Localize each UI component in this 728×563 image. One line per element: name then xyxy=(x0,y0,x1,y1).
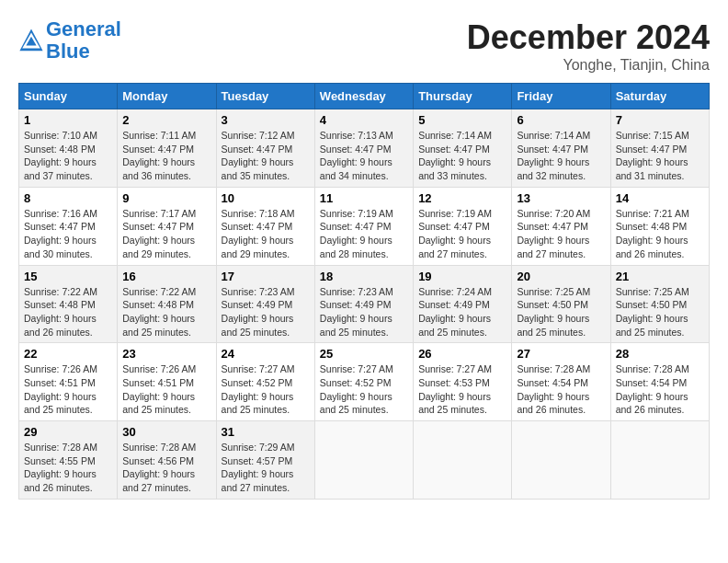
day-of-week-header: Sunday xyxy=(19,84,118,109)
day-info: Sunrise: 7:23 AMSunset: 4:49 PMDaylight:… xyxy=(320,286,393,338)
calendar-cell: 14 Sunrise: 7:21 AMSunset: 4:48 PMDaylig… xyxy=(610,187,709,265)
calendar-cell: 1 Sunrise: 7:10 AMSunset: 4:48 PMDayligh… xyxy=(19,109,118,188)
day-number: 10 xyxy=(222,191,310,205)
calendar-cell xyxy=(512,421,610,500)
day-info: Sunrise: 7:16 AMSunset: 4:47 PMDaylight:… xyxy=(24,208,97,259)
page-header: General Blue December 2024 Yonghe, Tianj… xyxy=(18,18,710,74)
day-info: Sunrise: 7:18 AMSunset: 4:47 PMDaylight:… xyxy=(222,208,295,259)
day-number: 27 xyxy=(517,347,605,361)
calendar-cell: 18 Sunrise: 7:23 AMSunset: 4:49 PMDaylig… xyxy=(314,265,413,343)
calendar-cell: 22 Sunrise: 7:26 AMSunset: 4:51 PMDaylig… xyxy=(19,343,118,421)
calendar-cell: 19 Sunrise: 7:24 AMSunset: 4:49 PMDaylig… xyxy=(414,265,512,343)
day-info: Sunrise: 7:26 AMSunset: 4:51 PMDaylight:… xyxy=(24,363,97,415)
day-number: 8 xyxy=(24,191,112,205)
calendar-cell: 27 Sunrise: 7:28 AMSunset: 4:54 PMDaylig… xyxy=(512,343,610,421)
day-number: 11 xyxy=(320,191,408,205)
day-number: 7 xyxy=(616,113,704,127)
day-number: 18 xyxy=(320,270,408,283)
logo-line1: General xyxy=(46,17,121,40)
day-number: 23 xyxy=(122,347,210,361)
day-info: Sunrise: 7:21 AMSunset: 4:48 PMDaylight:… xyxy=(616,208,689,259)
calendar-table: SundayMondayTuesdayWednesdayThursdayFrid… xyxy=(18,83,710,500)
day-info: Sunrise: 7:11 AMSunset: 4:47 PMDaylight:… xyxy=(122,130,196,181)
calendar-cell: 24 Sunrise: 7:27 AMSunset: 4:52 PMDaylig… xyxy=(216,343,314,421)
day-info: Sunrise: 7:12 AMSunset: 4:47 PMDaylight:… xyxy=(222,130,295,181)
day-number: 6 xyxy=(517,113,605,127)
day-info: Sunrise: 7:28 AMSunset: 4:55 PMDaylight:… xyxy=(24,442,97,493)
day-info: Sunrise: 7:17 AMSunset: 4:47 PMDaylight:… xyxy=(122,208,196,259)
calendar-cell: 3 Sunrise: 7:12 AMSunset: 4:47 PMDayligh… xyxy=(216,109,314,188)
day-info: Sunrise: 7:22 AMSunset: 4:48 PMDaylight:… xyxy=(122,286,196,338)
calendar-cell: 28 Sunrise: 7:28 AMSunset: 4:54 PMDaylig… xyxy=(610,343,709,421)
calendar-cell: 25 Sunrise: 7:27 AMSunset: 4:52 PMDaylig… xyxy=(314,343,413,421)
calendar-cell: 21 Sunrise: 7:25 AMSunset: 4:50 PMDaylig… xyxy=(610,265,709,343)
day-info: Sunrise: 7:10 AMSunset: 4:48 PMDaylight:… xyxy=(24,130,97,181)
day-number: 17 xyxy=(222,270,310,283)
day-number: 9 xyxy=(122,191,210,205)
day-info: Sunrise: 7:14 AMSunset: 4:47 PMDaylight:… xyxy=(418,130,492,181)
day-info: Sunrise: 7:26 AMSunset: 4:51 PMDaylight:… xyxy=(122,363,196,415)
calendar-cell: 31 Sunrise: 7:29 AMSunset: 4:57 PMDaylig… xyxy=(216,421,314,500)
day-number: 13 xyxy=(517,191,605,205)
day-number: 2 xyxy=(122,113,210,127)
calendar-week-row: 29 Sunrise: 7:28 AMSunset: 4:55 PMDaylig… xyxy=(19,421,710,500)
calendar-week-row: 1 Sunrise: 7:10 AMSunset: 4:48 PMDayligh… xyxy=(19,109,710,188)
calendar-body: 1 Sunrise: 7:10 AMSunset: 4:48 PMDayligh… xyxy=(19,109,710,500)
calendar-week-row: 15 Sunrise: 7:22 AMSunset: 4:48 PMDaylig… xyxy=(19,265,710,343)
day-number: 25 xyxy=(320,347,408,361)
month-title: December 2024 xyxy=(467,18,710,57)
calendar-cell: 2 Sunrise: 7:11 AMSunset: 4:47 PMDayligh… xyxy=(118,109,216,188)
calendar-cell: 15 Sunrise: 7:22 AMSunset: 4:48 PMDaylig… xyxy=(19,265,118,343)
calendar-cell: 12 Sunrise: 7:19 AMSunset: 4:47 PMDaylig… xyxy=(414,187,512,265)
day-number: 19 xyxy=(418,270,506,283)
logo-line2: Blue xyxy=(46,40,90,63)
day-number: 1 xyxy=(24,113,112,127)
calendar-cell: 8 Sunrise: 7:16 AMSunset: 4:47 PMDayligh… xyxy=(19,187,118,265)
calendar-cell: 10 Sunrise: 7:18 AMSunset: 4:47 PMDaylig… xyxy=(216,187,314,265)
day-number: 14 xyxy=(616,191,704,205)
day-number: 3 xyxy=(222,113,310,127)
day-of-week-header: Wednesday xyxy=(314,84,413,109)
calendar-cell: 9 Sunrise: 7:17 AMSunset: 4:47 PMDayligh… xyxy=(118,187,216,265)
day-info: Sunrise: 7:20 AMSunset: 4:47 PMDaylight:… xyxy=(517,208,590,259)
day-number: 15 xyxy=(24,270,112,283)
calendar-cell xyxy=(414,421,512,500)
calendar-cell: 29 Sunrise: 7:28 AMSunset: 4:55 PMDaylig… xyxy=(19,421,118,500)
day-number: 21 xyxy=(616,270,704,283)
day-info: Sunrise: 7:15 AMSunset: 4:47 PMDaylight:… xyxy=(616,130,689,181)
title-area: December 2024 Yonghe, Tianjin, China xyxy=(467,18,710,74)
location: Yonghe, Tianjin, China xyxy=(467,57,710,74)
day-info: Sunrise: 7:14 AMSunset: 4:47 PMDaylight:… xyxy=(517,130,590,181)
day-info: Sunrise: 7:27 AMSunset: 4:53 PMDaylight:… xyxy=(418,363,492,415)
day-info: Sunrise: 7:25 AMSunset: 4:50 PMDaylight:… xyxy=(517,286,590,338)
day-of-week-header: Saturday xyxy=(610,84,709,109)
calendar-cell: 13 Sunrise: 7:20 AMSunset: 4:47 PMDaylig… xyxy=(512,187,610,265)
day-of-week-header: Monday xyxy=(118,84,216,109)
calendar-cell: 6 Sunrise: 7:14 AMSunset: 4:47 PMDayligh… xyxy=(512,109,610,188)
calendar-cell: 5 Sunrise: 7:14 AMSunset: 4:47 PMDayligh… xyxy=(414,109,512,188)
calendar-cell: 16 Sunrise: 7:22 AMSunset: 4:48 PMDaylig… xyxy=(118,265,216,343)
calendar-week-row: 22 Sunrise: 7:26 AMSunset: 4:51 PMDaylig… xyxy=(19,343,710,421)
day-number: 28 xyxy=(616,347,704,361)
calendar-cell: 11 Sunrise: 7:19 AMSunset: 4:47 PMDaylig… xyxy=(314,187,413,265)
day-number: 30 xyxy=(122,425,210,439)
calendar-cell: 4 Sunrise: 7:13 AMSunset: 4:47 PMDayligh… xyxy=(314,109,413,188)
logo: General Blue xyxy=(18,18,121,63)
day-number: 22 xyxy=(24,347,112,361)
calendar-cell xyxy=(314,421,413,500)
logo-icon xyxy=(18,28,44,53)
day-info: Sunrise: 7:28 AMSunset: 4:54 PMDaylight:… xyxy=(517,363,590,415)
day-number: 26 xyxy=(418,347,506,361)
calendar-cell: 7 Sunrise: 7:15 AMSunset: 4:47 PMDayligh… xyxy=(610,109,709,188)
day-of-week-header: Thursday xyxy=(414,84,512,109)
day-number: 4 xyxy=(320,113,408,127)
day-info: Sunrise: 7:13 AMSunset: 4:47 PMDaylight:… xyxy=(320,130,393,181)
calendar-cell: 17 Sunrise: 7:23 AMSunset: 4:49 PMDaylig… xyxy=(216,265,314,343)
day-info: Sunrise: 7:27 AMSunset: 4:52 PMDaylight:… xyxy=(222,363,295,415)
day-info: Sunrise: 7:23 AMSunset: 4:49 PMDaylight:… xyxy=(222,286,295,338)
day-of-week-header: Tuesday xyxy=(216,84,314,109)
day-number: 31 xyxy=(222,425,310,439)
day-number: 12 xyxy=(418,191,506,205)
day-of-week-header: Friday xyxy=(512,84,610,109)
day-info: Sunrise: 7:28 AMSunset: 4:54 PMDaylight:… xyxy=(616,363,689,415)
